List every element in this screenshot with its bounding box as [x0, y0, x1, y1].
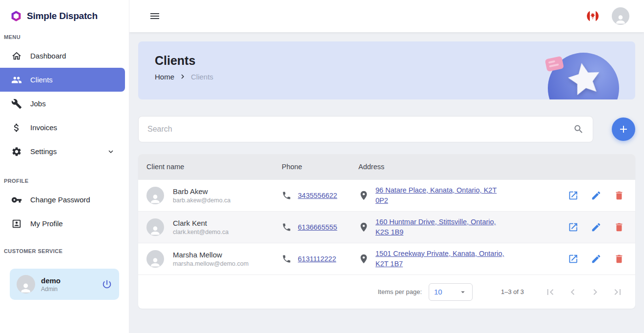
- client-email: marsha.mellow@demo.com: [173, 260, 249, 267]
- previous-page-button[interactable]: [567, 286, 579, 298]
- topbar: [129, 0, 644, 32]
- add-client-button[interactable]: [612, 118, 635, 141]
- canada-flag-icon: [586, 10, 599, 22]
- chevron-right-icon: [589, 286, 601, 298]
- sidebar-section-profile: PROFILE: [0, 178, 129, 184]
- dollar-icon: [11, 122, 22, 133]
- edit-client-button[interactable]: [591, 190, 602, 201]
- sidebar-item-label: Jobs: [30, 99, 46, 108]
- phone-link[interactable]: 3435556622: [298, 192, 337, 199]
- edit-pencil-icon: [591, 190, 602, 201]
- address-link[interactable]: 96 Natare Place, Kanata, Ontario, K2T 0P…: [375, 185, 508, 206]
- sidebar-item-label: My Profile: [30, 219, 63, 228]
- trash-icon: [614, 190, 624, 201]
- wrench-icon: [11, 98, 22, 109]
- items-per-page-value: 10: [434, 288, 442, 296]
- first-page-icon: [544, 286, 556, 298]
- client-name: Clark Kent: [173, 219, 229, 227]
- breadcrumb-home-link[interactable]: Home: [155, 73, 174, 81]
- delete-client-button[interactable]: [614, 222, 624, 233]
- language-flag-button[interactable]: [586, 10, 599, 22]
- sidebar-item-dashboard[interactable]: Dashboard: [0, 44, 125, 68]
- user-avatar: [17, 275, 35, 294]
- breadcrumb-current: Clients: [191, 73, 213, 81]
- star-icon: [561, 57, 608, 99]
- open-client-button[interactable]: [568, 190, 579, 201]
- edit-client-button[interactable]: [591, 222, 602, 233]
- table-row: Clark Kent clark.kent@demo.ca 6136665555…: [138, 211, 635, 243]
- trash-icon: [614, 254, 624, 264]
- phone-icon: [282, 191, 291, 200]
- edit-client-button[interactable]: [591, 254, 602, 264]
- logout-button[interactable]: [102, 279, 112, 290]
- client-name: Barb Akew: [173, 187, 230, 196]
- sidebar-item-label: Change Password: [30, 196, 90, 204]
- search-box: [138, 116, 593, 142]
- chevron-left-icon: [567, 286, 579, 298]
- brand-logo-icon: [10, 10, 22, 22]
- sidebar-item-my-profile[interactable]: My Profile: [0, 212, 125, 235]
- last-page-button[interactable]: [612, 286, 623, 298]
- sidebar-section-menu: MENU: [0, 34, 129, 40]
- edit-pencil-icon: [591, 222, 602, 233]
- delete-client-button[interactable]: [614, 254, 624, 264]
- open-client-button[interactable]: [568, 222, 579, 233]
- phone-link[interactable]: 6136665555: [298, 223, 337, 231]
- pagination-range: 1–3 of 3: [501, 288, 524, 295]
- sidebar-item-label: Dashboard: [30, 52, 66, 60]
- open-in-new-icon: [568, 254, 579, 264]
- phone-icon: [282, 254, 291, 264]
- client-avatar: [146, 187, 164, 204]
- sidebar: Simple Dispatch MENU Dashboard Clients J…: [0, 0, 129, 333]
- search-row: [138, 116, 635, 142]
- pagination-nav: [544, 286, 623, 298]
- location-pin-icon: [358, 190, 369, 201]
- chevron-down-icon: [106, 147, 115, 156]
- phone-link[interactable]: 6131112222: [298, 255, 336, 263]
- search-input[interactable]: [147, 125, 573, 134]
- address-link[interactable]: 160 Huntmar Drive, Stittsville, Ontario,…: [375, 217, 508, 237]
- brand-logo[interactable]: Simple Dispatch: [0, 0, 129, 31]
- sidebar-item-clients[interactable]: Clients: [0, 68, 125, 92]
- first-page-button[interactable]: [544, 286, 556, 298]
- sidebar-item-invoices[interactable]: Invoices: [0, 116, 125, 139]
- hamburger-icon: [149, 10, 161, 22]
- address-link[interactable]: 1501 Creekway Private, Kanata, Ontario, …: [375, 249, 508, 269]
- delete-client-button[interactable]: [614, 190, 624, 201]
- gear-icon: [11, 146, 22, 157]
- dropdown-caret-icon: [458, 288, 467, 296]
- location-pin-icon: [358, 222, 369, 233]
- plus-icon: [618, 123, 629, 135]
- sidebar-section-customer-service: CUSTOMER SERVICE: [0, 248, 129, 254]
- sidebar-item-jobs[interactable]: Jobs: [0, 92, 125, 116]
- sidebar-menu: Dashboard Clients Jobs Invoices Settings: [0, 44, 129, 163]
- sidebar-item-settings[interactable]: Settings: [0, 139, 125, 163]
- topbar-avatar[interactable]: [612, 7, 629, 25]
- sidebar-item-label: Invoices: [30, 123, 57, 132]
- client-avatar: [146, 250, 164, 268]
- client-email: barb.akew@demo.ca: [173, 197, 230, 204]
- open-in-new-icon: [568, 190, 579, 201]
- last-page-icon: [612, 286, 623, 298]
- hamburger-menu-button[interactable]: [149, 10, 161, 22]
- open-client-button[interactable]: [568, 254, 579, 264]
- search-icon[interactable]: [573, 124, 584, 135]
- user-name: demo: [41, 276, 61, 285]
- client-email: clark.kent@demo.ca: [173, 229, 229, 235]
- brand-name: Simple Dispatch: [27, 11, 98, 21]
- location-pin-icon: [358, 254, 369, 264]
- table-row: Marsha Mellow marsha.mellow@demo.com 613…: [138, 243, 635, 274]
- items-per-page-select[interactable]: 10: [429, 283, 473, 301]
- chevron-right-icon: [178, 72, 187, 81]
- sidebar-profile-menu: Change Password My Profile: [0, 188, 129, 235]
- next-page-button[interactable]: [589, 286, 601, 298]
- people-icon: [11, 75, 22, 85]
- power-icon: [102, 279, 112, 290]
- sidebar-item-label: Settings: [30, 147, 57, 156]
- sidebar-item-change-password[interactable]: Change Password: [0, 188, 125, 212]
- phone-icon: [282, 222, 291, 232]
- items-per-page-label: Items per page:: [378, 288, 422, 295]
- sidebar-item-label: Clients: [30, 76, 53, 84]
- id-card-icon: [11, 218, 22, 229]
- pagination-bar: Items per page: 10 1–3 of 3: [138, 274, 635, 309]
